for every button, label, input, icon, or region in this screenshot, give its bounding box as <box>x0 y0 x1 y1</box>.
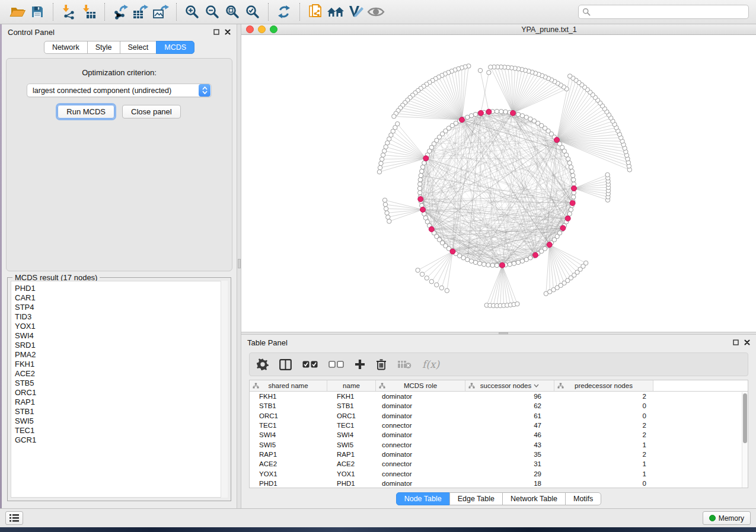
close-window-icon[interactable] <box>246 25 254 33</box>
control-panel-tabs: Network Style Select MCDS <box>44 41 194 54</box>
add-column-icon[interactable] <box>355 359 365 370</box>
result-scrollbar[interactable] <box>221 281 228 498</box>
mcds-result-item[interactable]: SWI4 <box>15 331 227 341</box>
zoom-selected-icon[interactable] <box>243 2 263 21</box>
unselect-all-icon[interactable] <box>328 361 344 368</box>
mcds-result-item[interactable]: ACE2 <box>15 369 227 379</box>
column-header-predecessor-nodes[interactable]: predecessor nodes <box>554 380 653 391</box>
table-row[interactable]: STB1 STB1 dominator 62 0 <box>250 401 748 411</box>
table-row[interactable]: PHD1 PHD1 dominator 18 0 <box>250 479 748 488</box>
optimization-criterion-select[interactable]: largest connected component (undirected) <box>27 84 212 97</box>
table-row[interactable]: TEC1 TEC1 connector 47 2 <box>250 421 748 430</box>
zoom-in-icon[interactable] <box>182 2 202 21</box>
settings-gear-icon[interactable] <box>257 358 269 370</box>
mcds-result-item[interactable]: CAR1 <box>15 293 227 303</box>
minimize-window-icon[interactable] <box>258 25 266 33</box>
tab-node-table[interactable]: Node Table <box>396 492 450 505</box>
mcds-result-item[interactable]: FKH1 <box>15 360 227 369</box>
control-panel-title: Control Panel <box>8 28 55 37</box>
table-row[interactable]: RAP1 RAP1 dominator 35 2 <box>250 450 748 459</box>
run-mcds-button[interactable]: Run MCDS <box>58 105 114 118</box>
app-window: Control Panel Network Style Select MCDS … <box>0 0 756 532</box>
zoom-out-icon[interactable] <box>202 2 222 21</box>
search-box[interactable] <box>578 5 749 19</box>
open-folder-icon[interactable] <box>7 2 27 21</box>
save-icon[interactable] <box>27 2 47 21</box>
network-canvas[interactable] <box>241 35 756 332</box>
splitter-handle[interactable] <box>238 259 241 268</box>
float-panel-icon[interactable] <box>733 339 739 345</box>
style-vizmapper-icon[interactable] <box>346 2 366 21</box>
mcds-result-item[interactable]: SRD1 <box>15 341 227 350</box>
tab-edge-table[interactable]: Edge Table <box>449 492 503 505</box>
table-row[interactable]: SWI4 SWI4 dominator 46 2 <box>250 430 748 440</box>
refresh-layout-icon[interactable] <box>274 2 294 21</box>
export-image-icon[interactable] <box>151 2 171 21</box>
export-table-icon[interactable] <box>130 2 151 21</box>
mcds-panel: Optimization criterion: largest connecte… <box>6 58 232 271</box>
selected-criterion: largest connected component (undirected) <box>27 86 199 95</box>
delete-column-icon[interactable] <box>376 358 387 370</box>
table-row[interactable]: ORC1 ORC1 dominator 61 0 <box>250 411 748 421</box>
tree-icon <box>557 383 564 389</box>
table-row[interactable]: SWI5 SWI5 connector 43 1 <box>250 440 748 449</box>
splitter-handle[interactable] <box>499 332 508 334</box>
import-network-icon[interactable] <box>59 2 79 21</box>
zoom-fit-icon[interactable] <box>222 2 243 21</box>
vertical-splitter[interactable] <box>237 24 241 508</box>
home-networks-icon[interactable] <box>326 2 346 21</box>
export-network-icon[interactable] <box>110 2 130 21</box>
mcds-result-item[interactable]: STP4 <box>15 303 227 312</box>
table-row[interactable]: YOX1 YOX1 connector 29 1 <box>250 469 748 478</box>
close-panel-icon[interactable] <box>225 29 231 35</box>
show-columns-icon[interactable] <box>279 359 292 370</box>
status-bar: Memory <box>0 508 756 527</box>
mcds-result-box: MCDS result (17 nodes) PHD1CAR1STP4TID3Y… <box>7 277 231 501</box>
mcds-result-item[interactable]: STB1 <box>15 407 227 416</box>
column-header-successor-nodes[interactable]: successor nodes <box>465 380 554 391</box>
select-all-icon[interactable] <box>302 361 318 368</box>
hide-eye-icon[interactable] <box>366 2 386 21</box>
node-table: shared name name MCDS role successor nod… <box>249 380 748 488</box>
import-table-icon[interactable] <box>79 2 99 21</box>
mcds-result-item[interactable]: GCR1 <box>15 435 227 445</box>
delete-table-disabled-icon <box>397 360 412 369</box>
mcds-result-item[interactable]: PMA2 <box>15 350 227 360</box>
mcds-result-item[interactable]: PHD1 <box>15 284 227 293</box>
network-window-title: YPA_prune.txt_1 <box>292 25 756 34</box>
close-panel-button[interactable]: Close panel <box>122 105 181 118</box>
network-graph[interactable] <box>241 35 756 329</box>
network-from-file-icon[interactable] <box>305 2 326 21</box>
tab-style[interactable]: Style <box>87 41 120 54</box>
mcds-result-item[interactable]: SWI5 <box>15 416 227 426</box>
task-history-button[interactable] <box>5 511 23 525</box>
tab-mcds[interactable]: MCDS <box>156 41 194 54</box>
mcds-result-item[interactable]: STB5 <box>15 379 227 388</box>
table-row[interactable]: ACE2 ACE2 connector 31 1 <box>250 459 748 469</box>
column-header-mcds-role[interactable]: MCDS role <box>376 380 465 391</box>
mcds-result-list[interactable]: PHD1CAR1STP4TID3YOX1SWI4SRD1PMA2FKH1ACE2… <box>11 281 228 498</box>
tree-icon <box>468 383 475 389</box>
close-panel-icon[interactable] <box>744 339 750 345</box>
mcds-result-item[interactable]: YOX1 <box>15 322 227 331</box>
mcds-result-item[interactable]: TID3 <box>15 312 227 322</box>
network-titlebar[interactable]: YPA_prune.txt_1 <box>241 24 756 35</box>
memory-button[interactable]: Memory <box>703 511 751 525</box>
mcds-result-item[interactable]: ORC1 <box>15 388 227 398</box>
maximize-window-icon[interactable] <box>270 25 277 33</box>
tab-select[interactable]: Select <box>120 41 157 54</box>
search-input[interactable] <box>591 8 745 16</box>
column-header-shared-name[interactable]: shared name <box>250 380 327 391</box>
tab-motifs[interactable]: Motifs <box>565 492 601 505</box>
horizontal-splitter[interactable] <box>241 332 756 335</box>
scrollbar-thumb[interactable] <box>743 393 747 443</box>
table-row[interactable]: FKH1 FKH1 dominator 96 2 <box>250 392 748 401</box>
tab-network[interactable]: Network <box>44 41 88 54</box>
mcds-result-item[interactable]: RAP1 <box>15 398 227 407</box>
column-header-name[interactable]: name <box>327 380 376 391</box>
float-panel-icon[interactable] <box>213 29 219 35</box>
mcds-result-item[interactable]: TEC1 <box>15 426 227 435</box>
search-icon <box>582 8 591 16</box>
tab-network-table[interactable]: Network Table <box>502 492 566 505</box>
table-scrollbar[interactable] <box>742 392 748 488</box>
